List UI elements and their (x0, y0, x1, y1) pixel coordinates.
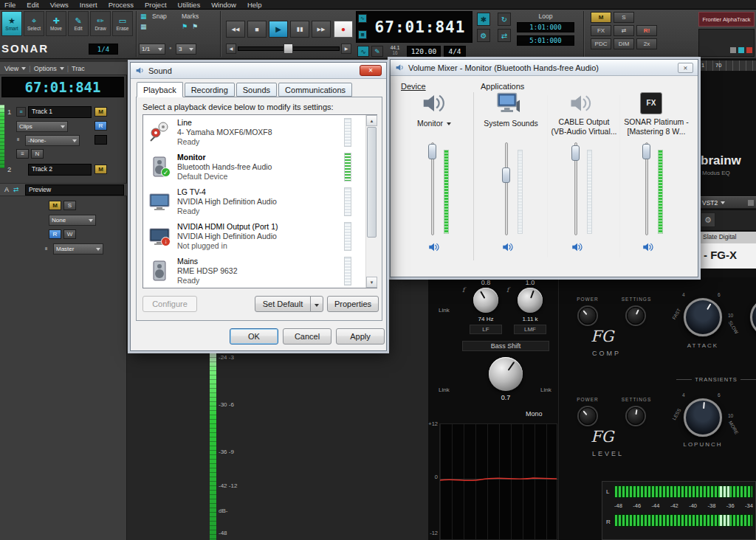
panel-icon[interactable] (730, 47, 736, 53)
fx-bypass-button[interactable]: FX (591, 25, 611, 36)
plugin-gear-icon[interactable]: ⚙ (701, 212, 715, 227)
attack-knob[interactable] (684, 298, 722, 336)
options-gear-icon[interactable]: ⚙ (477, 29, 490, 42)
mixer-titlebar[interactable]: Volume Mixer - Monitor (Bluetooth Hands-… (391, 60, 698, 76)
record-arm-button[interactable]: R! (636, 25, 657, 36)
bass-shift-knob[interactable] (489, 357, 523, 391)
scroll-thumb[interactable] (367, 127, 377, 238)
bus-name[interactable]: Preview (25, 184, 124, 195)
mute-speaker-icon[interactable] (427, 241, 441, 253)
properties-button[interactable]: Properties (327, 296, 379, 312)
sonar-volume-handle[interactable] (642, 144, 650, 159)
panel-icon[interactable] (738, 47, 744, 53)
loop-swap-icon[interactable]: ⇄ (498, 29, 511, 42)
system-sounds-icon[interactable] (495, 91, 522, 116)
mono-label[interactable]: Mono (526, 410, 543, 418)
lopunch-knob[interactable] (684, 398, 722, 437)
cable-volume-handle[interactable] (571, 145, 580, 161)
tempo-display[interactable]: 120.00 (407, 46, 441, 57)
time-mode2-icon[interactable]: ▦ (358, 30, 367, 39)
scrub-right-button[interactable]: ▶ (341, 44, 351, 54)
snap-value-dropdown[interactable]: 1/1 (139, 44, 165, 55)
mute-speaker-icon[interactable] (571, 241, 584, 253)
track1-name[interactable]: Track 1 (28, 106, 92, 118)
system-sounds-volume-handle[interactable] (502, 167, 510, 183)
bus-write-button[interactable]: W (63, 229, 76, 239)
monitor-device-icon[interactable] (420, 91, 448, 116)
comp-power-knob[interactable] (579, 307, 597, 325)
device-item-line[interactable]: Line 4- Yamaha MOXF6/MOXF8 Ready (143, 115, 365, 150)
vst-icon[interactable] (748, 200, 754, 206)
close-button[interactable]: ✕ (360, 65, 382, 76)
tool-smart[interactable]: ★ Smart (1, 11, 22, 36)
sonar-fx-icon[interactable]: FX (640, 92, 662, 114)
loop-start-display[interactable]: 1:01:000 (517, 22, 574, 32)
menu-window[interactable]: Window (211, 1, 236, 9)
dim-button[interactable]: DIM (614, 38, 634, 49)
list-scrollbar[interactable]: ▲ ▼ (365, 115, 377, 288)
time-signature-display[interactable]: 4/4 (444, 46, 466, 57)
track1-clips-dropdown[interactable]: Clips (16, 121, 68, 132)
timeline-ruler[interactable]: 1 70 (699, 60, 756, 71)
bus-read-button[interactable]: R (49, 229, 61, 239)
marker-flag-icon[interactable]: ⚑ (182, 23, 188, 30)
ok-button[interactable]: OK (230, 328, 278, 345)
tool-draw[interactable]: ✏ Draw (90, 11, 111, 36)
view-menu[interactable]: View (4, 65, 18, 72)
level-power-knob[interactable] (579, 407, 597, 425)
marker-flag2-icon[interactable]: ⚑ (192, 23, 198, 30)
apply-button[interactable]: Apply (336, 328, 385, 345)
bus-arrow-icon[interactable]: ⇄ (13, 186, 19, 193)
vst-version-dropdown[interactable]: VST2 (699, 196, 756, 209)
track1-record-button[interactable]: R (94, 121, 107, 131)
menu-help[interactable]: Help (247, 1, 262, 9)
menu-project[interactable]: Project (145, 1, 167, 9)
lf-knob[interactable] (473, 288, 498, 313)
device-item-hdmi[interactable]: ↓ NVIDIA HDMI Output (Port 1) NVIDIA Hig… (143, 219, 365, 254)
lmf-knob[interactable] (518, 288, 543, 313)
panel-icon[interactable] (746, 47, 752, 53)
plugin-vendor-tab[interactable]: Slate Digital (699, 232, 756, 243)
menu-file[interactable]: File (4, 1, 16, 9)
position-slider-handle[interactable] (284, 44, 293, 54)
set-default-arrow-button[interactable] (310, 296, 323, 312)
set-default-button[interactable]: Set Default (255, 296, 311, 312)
mute-speaker-icon[interactable] (501, 241, 515, 253)
menu-views[interactable]: Views (50, 1, 69, 9)
tool-move[interactable]: ✚ Move (46, 11, 66, 36)
track1-n-button[interactable]: N (31, 149, 44, 159)
mute-speaker-icon[interactable] (642, 241, 655, 253)
close-button[interactable]: ✕ (678, 63, 693, 73)
snap-count-dropdown[interactable]: 3 (176, 44, 196, 55)
tab-sounds[interactable]: Sounds (236, 83, 277, 97)
sound-titlebar[interactable]: Sound ✕ (131, 63, 386, 79)
stop-button[interactable]: ■ (247, 21, 267, 38)
bass-shift-header[interactable]: Bass Shift (462, 341, 549, 351)
tempo-edit-icon[interactable]: ✎ (371, 46, 383, 57)
tab-playback[interactable]: Playback (137, 82, 183, 97)
lmf-band-button[interactable]: LMF (514, 325, 546, 334)
tool-select[interactable]: ⌖ Select (24, 11, 44, 36)
track2-mute-button[interactable]: M (94, 165, 107, 174)
sync-icon[interactable]: ✱ (477, 13, 490, 26)
solo-button[interactable]: S (614, 12, 634, 23)
device-selector[interactable]: Monitor (401, 119, 467, 128)
snap-grid-icon[interactable]: ▦ (140, 13, 147, 20)
pause-button[interactable]: ▮▮ (290, 21, 309, 38)
menu-utilities[interactable]: Utilities (178, 1, 201, 9)
track1-output-dropdown[interactable]: -None- (25, 135, 80, 146)
metronome-icon[interactable]: ∿ (357, 46, 369, 57)
scroll-down-button[interactable]: ▼ (366, 277, 377, 288)
tracks-menu[interactable]: Trac (72, 65, 85, 72)
snap-grid2-icon[interactable]: ▦ (140, 23, 147, 30)
track1-mute-button[interactable]: M (94, 107, 107, 117)
tab-communications[interactable]: Communications (278, 83, 352, 97)
bus-solo-button[interactable]: S (63, 201, 76, 210)
2x-button[interactable]: 2x (636, 38, 657, 49)
lf-band-button[interactable]: LF (470, 325, 502, 334)
device-item-monitor[interactable]: ✓ Monitor Bluetooth Hands-free Audio Def… (143, 150, 365, 184)
mute-button[interactable]: M (591, 12, 611, 23)
comp-settings-knob[interactable] (627, 307, 645, 325)
device-item-lgtv[interactable]: LG TV-4 NVIDIA High Definition Audio Rea… (143, 184, 365, 219)
system-sounds-volume-track[interactable] (505, 142, 508, 235)
